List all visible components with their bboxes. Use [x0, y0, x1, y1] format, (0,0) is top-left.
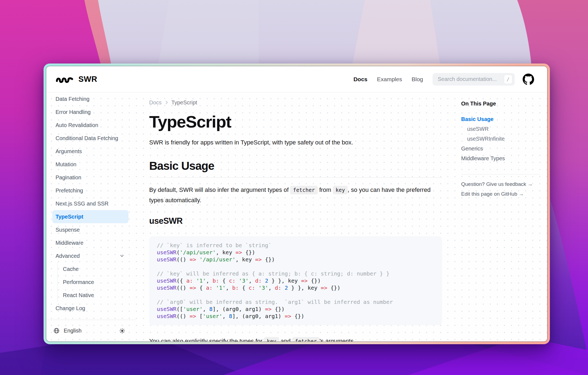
sidebar-item-next-js-ssg-and-ssr[interactable]: Next.js SSG and SSR — [52, 197, 128, 210]
code-line: useSWR(() => ['user', 8], (arg0, arg1) =… — [157, 313, 434, 320]
sidebar-item-label: Next.js SSG and SSR — [56, 201, 109, 207]
inline-code: fetcher — [292, 337, 320, 341]
toc-list: Basic UsageuseSWRuseSWRInfiniteGenericsM… — [461, 114, 540, 163]
toc-divider — [461, 174, 540, 174]
content-region: Data FetchingError HandlingAuto Revalida… — [46, 92, 547, 341]
sidebar-item-label: Prefetching — [56, 188, 83, 194]
sidebar: Data FetchingError HandlingAuto Revalida… — [46, 92, 136, 341]
toc-item-middleware-types[interactable]: Middleware Types — [461, 153, 540, 163]
sidebar-item-label: Suspense — [56, 227, 80, 233]
page-title: TypeScript — [149, 112, 442, 131]
sidebar-item-suspense[interactable]: Suspense — [52, 223, 128, 236]
sidebar-item-label: Mutation — [56, 161, 76, 168]
swr-logo-icon — [56, 75, 74, 84]
sidebar-item-conditional-data-fetching[interactable]: Conditional Data Fetching — [52, 132, 128, 145]
code-line: // `key` is inferred to be `string` — [157, 242, 434, 249]
sidebar-item-label: Data Fetching — [56, 96, 90, 102]
github-icon — [523, 74, 534, 85]
sidebar-item-cache[interactable]: Cache — [58, 262, 128, 276]
main-content: Docs TypeScript TypeScript SWR is friend… — [136, 92, 442, 341]
toc-title: On This Page — [461, 101, 540, 108]
header-nav: DocsExamplesBlog — [353, 76, 423, 83]
inline-code: key — [333, 186, 348, 194]
code-line: useSWR('/api/user', key => {}) — [157, 249, 434, 256]
toc-item-useswrinfinite[interactable]: useSWRInfinite — [461, 134, 540, 144]
explicit-text: 's arguments. — [320, 338, 355, 341]
sidebar-item-label: Middleware — [56, 240, 83, 246]
sidebar-item-performance[interactable]: Performance — [58, 276, 128, 289]
sidebar-item-label: TypeScript — [56, 214, 83, 220]
breadcrumb-docs[interactable]: Docs — [149, 99, 162, 106]
code-line: useSWR(['user', 8], (arg0, arg1) => {}) — [157, 306, 434, 313]
toc-item-basic-usage[interactable]: Basic Usage — [461, 114, 540, 124]
code-line: // `arg0` will be inferred as string. `a… — [157, 298, 434, 306]
chevron-right-icon — [164, 100, 169, 105]
nav-link-blog[interactable]: Blog — [412, 76, 423, 83]
sidebar-item-pagination[interactable]: Pagination — [52, 171, 128, 184]
sidebar-nav-list: Data FetchingError HandlingAuto Revalida… — [46, 92, 136, 320]
code-line: useSWR(() => { a: '1', b: { c: '3', d: 2… — [157, 284, 434, 291]
toc-item-generics[interactable]: Generics — [461, 144, 540, 153]
site-header: SWR DocsExamplesBlog Search documentatio… — [46, 66, 547, 92]
globe-icon — [53, 328, 60, 334]
sidebar-item-arguments[interactable]: Arguments — [52, 145, 128, 158]
sun-icon — [119, 328, 125, 334]
sidebar-item-label: Arguments — [56, 148, 82, 155]
sidebar-item-prefetching[interactable]: Prefetching — [52, 184, 128, 197]
sidebar-item-data-fetching[interactable]: Data Fetching — [52, 92, 128, 105]
sidebar-item-label: Conditional Data Fetching — [56, 135, 118, 141]
sidebar-item-label: Pagination — [56, 174, 81, 181]
explicit-text: You can also explicitly specify the type… — [149, 338, 264, 341]
search-placeholder: Search documentation... — [438, 76, 504, 82]
infer-text: from — [318, 186, 333, 193]
search-shortcut-key: / — [504, 75, 512, 84]
toc-links: Question? Give us feedback →Edit this pa… — [461, 179, 540, 199]
infer-paragraph: By default, SWR will also infer the argu… — [149, 185, 442, 205]
sidebar-item-label: Auto Revalidation — [56, 122, 98, 128]
brand-name: SWR — [78, 75, 97, 84]
swr-home-link[interactable]: SWR — [56, 75, 97, 84]
chevron-down-icon — [119, 253, 125, 259]
sidebar-footer: English — [46, 320, 136, 341]
toc-item-useswr[interactable]: useSWR — [461, 124, 540, 134]
infer-text: By default, SWR will also infer the argu… — [149, 186, 290, 193]
nav-link-examples[interactable]: Examples — [377, 76, 402, 83]
sidebar-sublist: CachePerformanceReact Native — [57, 262, 136, 302]
heading-basic-usage: Basic Usage — [149, 159, 442, 178]
sidebar-item-label: Advanced — [56, 253, 80, 259]
explicit-types-paragraph: You can also explicitly specify the type… — [149, 336, 442, 341]
docs-page: SWR DocsExamplesBlog Search documentatio… — [46, 66, 547, 341]
sidebar-item-label: Error Handling — [56, 109, 91, 115]
sidebar-item-change-log[interactable]: Change Log — [52, 302, 128, 315]
breadcrumb-current: TypeScript — [171, 99, 197, 106]
github-link[interactable] — [523, 74, 534, 85]
sidebar-item-mutation[interactable]: Mutation — [52, 158, 128, 171]
sidebar-item-typescript[interactable]: TypeScript — [52, 210, 128, 223]
toc-panel: On This Page Basic UsageuseSWRuseSWRInfi… — [461, 92, 547, 341]
code-block: // `key` is inferred to be `string`useSW… — [149, 236, 442, 325]
search-input[interactable]: Search documentation... / — [433, 73, 515, 86]
inline-code: fetcher — [290, 186, 317, 194]
sidebar-item-advanced[interactable]: Advanced — [52, 249, 128, 262]
sidebar-item-middleware[interactable]: Middleware — [52, 236, 128, 249]
code-line: useSWR({ a: '1', b: { c: '3', d: 2 } }, … — [157, 277, 434, 284]
code-line — [157, 291, 434, 298]
browser-window: SWR DocsExamplesBlog Search documentatio… — [44, 63, 550, 344]
intro-paragraph: SWR is friendly for apps written in Type… — [149, 137, 442, 147]
toc-link-edit-this-page-on-github-[interactable]: Edit this page on GitHub → — [461, 189, 540, 199]
nav-link-docs[interactable]: Docs — [353, 76, 367, 83]
explicit-text: and — [279, 338, 292, 341]
sidebar-item-label: Change Log — [56, 305, 85, 312]
code-line: // `key` will be inferred as { a: string… — [157, 270, 434, 277]
sidebar-item-error-handling[interactable]: Error Handling — [52, 105, 128, 119]
toc-link-question-give-us-feedback-[interactable]: Question? Give us feedback → — [461, 179, 540, 189]
breadcrumb: Docs TypeScript — [149, 99, 442, 106]
heading-useswr: useSWR — [149, 216, 442, 226]
language-selector[interactable]: English — [64, 328, 82, 334]
sidebar-item-auto-revalidation[interactable]: Auto Revalidation — [52, 119, 128, 132]
theme-toggle-button[interactable] — [119, 328, 125, 334]
code-line: useSWR(() => '/api/user', key => {}) — [157, 256, 434, 263]
code-line — [157, 263, 434, 270]
inline-code: key — [264, 337, 279, 341]
sidebar-item-react-native[interactable]: React Native — [58, 289, 128, 302]
